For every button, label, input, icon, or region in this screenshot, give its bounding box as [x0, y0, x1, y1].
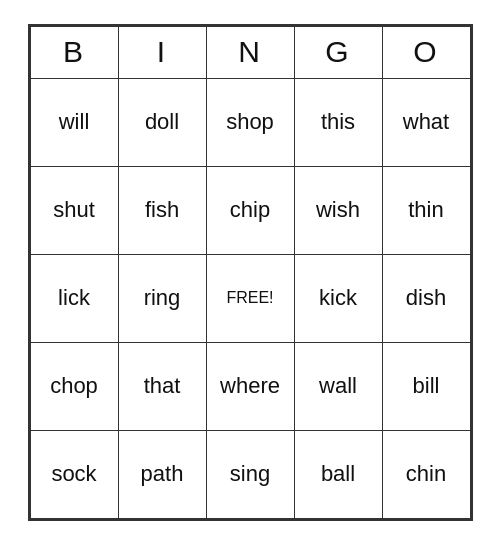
header-g: G — [294, 26, 382, 78]
cell-r2-c2: fish — [118, 166, 206, 254]
table-row: willdollshopthiswhat — [30, 78, 470, 166]
cell-r1-c2: doll — [118, 78, 206, 166]
cell-r3-c4: kick — [294, 254, 382, 342]
cell-r4-c1: chop — [30, 342, 118, 430]
cell-r4-c3: where — [206, 342, 294, 430]
table-row: shutfishchipwishthin — [30, 166, 470, 254]
header-row: B I N G O — [30, 26, 470, 78]
cell-r2-c5: thin — [382, 166, 470, 254]
cell-r5-c3: sing — [206, 430, 294, 518]
cell-r3-c5: dish — [382, 254, 470, 342]
cell-r4-c4: wall — [294, 342, 382, 430]
header-b: B — [30, 26, 118, 78]
cell-r3-c2: ring — [118, 254, 206, 342]
cell-r3-c1: lick — [30, 254, 118, 342]
cell-r2-c3: chip — [206, 166, 294, 254]
header-i: I — [118, 26, 206, 78]
cell-r2-c1: shut — [30, 166, 118, 254]
bingo-card: B I N G O willdollshopthiswhatshutfishch… — [28, 24, 473, 521]
bingo-table: B I N G O willdollshopthiswhatshutfishch… — [30, 26, 471, 519]
cell-r1-c4: this — [294, 78, 382, 166]
table-row: chopthatwherewallbill — [30, 342, 470, 430]
table-row: lickringFREE!kickdish — [30, 254, 470, 342]
bingo-body: willdollshopthiswhatshutfishchipwishthin… — [30, 78, 470, 518]
cell-r1-c3: shop — [206, 78, 294, 166]
cell-r5-c4: ball — [294, 430, 382, 518]
header-o: O — [382, 26, 470, 78]
cell-r1-c1: will — [30, 78, 118, 166]
cell-r5-c5: chin — [382, 430, 470, 518]
cell-r4-c2: that — [118, 342, 206, 430]
cell-r4-c5: bill — [382, 342, 470, 430]
cell-r1-c5: what — [382, 78, 470, 166]
cell-r3-c3: FREE! — [206, 254, 294, 342]
header-n: N — [206, 26, 294, 78]
cell-r5-c2: path — [118, 430, 206, 518]
table-row: sockpathsingballchin — [30, 430, 470, 518]
cell-r5-c1: sock — [30, 430, 118, 518]
cell-r2-c4: wish — [294, 166, 382, 254]
